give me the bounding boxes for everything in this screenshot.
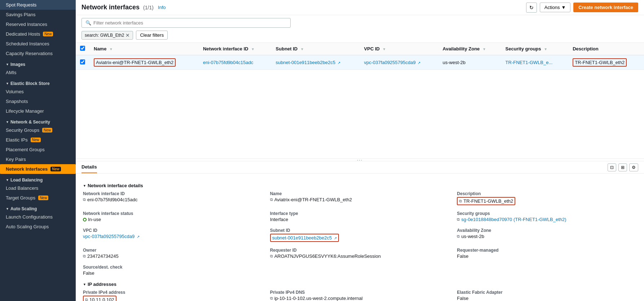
panel-expand-icon[interactable]: ⊡ [608, 163, 616, 171]
external-link-icon: ↗ [137, 235, 140, 239]
field-status: Network interface status In-use [83, 211, 263, 222]
detail-content: Network interface details Network interf… [76, 174, 644, 301]
sidebar-item-key-pairs[interactable]: Key Pairs [0, 154, 76, 164]
field-security-groups: Security groups ⧉ sg-0e1018848bed70970 (… [457, 211, 637, 222]
sidebar-item-auto-scaling-groups[interactable]: Auto Scaling Groups [0, 222, 76, 232]
row-vpc-id[interactable]: vpc-037fa09255795cda9 ↗ [364, 60, 421, 65]
section-network-interface-details: Network interface details [83, 183, 637, 188]
row-az: us-west-2b [438, 55, 501, 70]
sidebar-item-elastic-ips[interactable]: Elastic IPs New [0, 135, 76, 145]
row-eni-id[interactable]: eni-07b75fd9b04c15adc [203, 60, 253, 65]
search-input[interactable] [93, 20, 287, 26]
field-owner: Owner ⧉ 234724734245 [83, 248, 263, 259]
copy-icon[interactable]: ⧉ [459, 199, 462, 203]
page-title: Network interfaces [81, 4, 140, 11]
field-name: Name ⧉ Aviatrix-eni@TR-FNET1-GWLB_eth2 [270, 191, 450, 205]
col-description: Description [568, 43, 644, 55]
status-icon [83, 218, 87, 221]
sidebar-category-images[interactable]: Images [0, 58, 76, 68]
sidebar-item-reserved-instances[interactable]: Reserved Instances [0, 19, 76, 29]
field-source-dest-check: Source/dest. check False [83, 265, 263, 276]
field-az: Availability Zone ⧉ us-west-2b [457, 228, 637, 242]
panel-split-icon[interactable]: ⊞ [618, 163, 627, 171]
sidebar-category-auto-scaling[interactable]: Auto Scaling [0, 203, 76, 212]
result-count: (1/1) [143, 5, 154, 10]
col-security-groups: Security groups ▼ [501, 43, 569, 55]
tab-details[interactable]: Details [81, 161, 97, 173]
filter-tag: search: GWLB_Eth2 ✕ [81, 31, 133, 40]
field-requester-id: Requester ID ⧉ AROATNJVPGUS6ESVYYK6:Assu… [270, 248, 450, 259]
sidebar-item-snapshots[interactable]: Snapshots [0, 96, 76, 106]
sidebar: Spot Requests Savings Plans Reserved Ins… [0, 0, 76, 301]
search-icon: 🔍 [85, 20, 91, 26]
row-checkbox[interactable] [80, 59, 85, 64]
info-link[interactable]: Info [158, 5, 166, 10]
sidebar-item-savings-plans[interactable]: Savings Plans [0, 10, 76, 19]
section-ip-addresses: IP addresses [83, 282, 637, 287]
refresh-button[interactable]: ↻ [526, 3, 537, 13]
clear-filters-button[interactable]: Clear filters [136, 31, 168, 40]
table-area: Name ▼ Network interface ID ▼ Subnet ID … [76, 42, 644, 158]
field-description: Description ⧉ TR-FNET1-GWLB_eth2 [457, 191, 637, 205]
copy-icon[interactable]: ⧉ [270, 254, 273, 259]
sidebar-item-scheduled-instances[interactable]: Scheduled Instances [0, 39, 76, 49]
field-eni-id: Network interface ID ⧉ eni-07b75fd9b04c1… [83, 191, 263, 205]
network-interfaces-table: Name ▼ Network interface ID ▼ Subnet ID … [76, 42, 644, 70]
sidebar-item-security-groups[interactable]: Security Groups New [0, 125, 76, 135]
field-efa: Elastic Fabric Adapter False [457, 290, 637, 301]
copy-icon[interactable]: ⧉ [85, 297, 88, 301]
row-name: Aviatrix-eni@TR-FNET1-GWLB_eth2 [94, 58, 176, 67]
external-link-icon: ↗ [338, 61, 340, 65]
actions-button[interactable]: Actions ▼ [540, 3, 571, 12]
col-subnet-id: Subnet ID ▼ [272, 43, 360, 55]
remove-filter-button[interactable]: ✕ [125, 32, 130, 38]
row-description: TR-FNET1-GWLB_eth2 [573, 58, 627, 67]
ip-fields-grid: Private IPv4 address ⧉ 10.11.0.102 Priva… [83, 290, 637, 301]
sidebar-item-spot-requests[interactable]: Spot Requests [0, 0, 76, 10]
copy-icon[interactable]: ⧉ [270, 296, 273, 301]
vpc-link[interactable]: vpc-037fa09255795cda9 ↗ [83, 234, 140, 239]
external-link-icon: ↗ [418, 61, 420, 65]
col-name: Name ▼ [89, 43, 199, 55]
copy-icon[interactable]: ⧉ [270, 197, 273, 202]
panel-settings-icon[interactable]: ⚙ [629, 163, 638, 171]
sidebar-item-capacity-reservations[interactable]: Capacity Reservations [0, 49, 76, 58]
copy-icon[interactable]: ⧉ [83, 254, 86, 259]
sidebar-item-network-interfaces[interactable]: Network Interfaces New [0, 164, 76, 174]
search-box: 🔍 [81, 18, 291, 28]
copy-icon[interactable]: ⧉ [457, 234, 460, 239]
sidebar-category-network-security[interactable]: Network & Security [0, 116, 76, 125]
col-vpc-id: VPC ID ▼ [360, 43, 438, 55]
table-row[interactable]: Aviatrix-eni@TR-FNET1-GWLB_eth2 eni-07b7… [76, 55, 644, 70]
sidebar-item-lifecycle-manager[interactable]: Lifecycle Manager [0, 106, 76, 116]
subnet-link[interactable]: subnet-001e911beeb2be2c5 ↗ [272, 235, 337, 241]
select-all-checkbox[interactable] [80, 46, 85, 51]
filter-area: search: GWLB_Eth2 ✕ Clear filters [76, 29, 644, 42]
main-content: Network interfaces (1/1) Info ↻ Actions … [76, 0, 644, 301]
sidebar-category-load-balancing[interactable]: Load Balancing [0, 174, 76, 183]
row-subnet-id[interactable]: subnet-001e911beeb2be2c5 ↗ [276, 60, 340, 65]
sidebar-item-volumes[interactable]: Volumes [0, 87, 76, 96]
field-private-ipv4: Private IPv4 address ⧉ 10.11.0.102 [83, 290, 263, 301]
copy-icon[interactable]: ⧉ [457, 217, 460, 222]
security-groups-link[interactable]: sg-0e1018848bed70970 (TR-FNET1-GWLB_eth2… [461, 217, 566, 222]
sidebar-item-target-groups[interactable]: Target Groups New [0, 193, 76, 203]
row-security-groups[interactable]: TR-FNET1-GWLB_e... [506, 60, 553, 65]
sidebar-item-launch-configurations[interactable]: Launch Configurations [0, 212, 76, 222]
field-requester-managed: Requester-managed False [457, 248, 637, 259]
sidebar-item-load-balancers[interactable]: Load Balancers [0, 183, 76, 193]
col-az: Availability Zone ▼ [438, 43, 501, 55]
sidebar-item-dedicated-hosts[interactable]: Dedicated Hosts New [0, 29, 76, 39]
field-interface-type: Interface type Interface [270, 211, 450, 222]
create-network-interface-button[interactable]: Create network interface [573, 3, 638, 12]
col-eni-id: Network interface ID ▼ [199, 43, 272, 55]
copy-icon[interactable]: ⧉ [83, 197, 86, 202]
external-link-icon: ↗ [334, 236, 337, 240]
sidebar-item-placement-groups[interactable]: Placement Groups [0, 145, 76, 154]
resize-handle[interactable]: ⋯ [76, 158, 644, 161]
sidebar-item-amis[interactable]: AMIs [0, 68, 76, 77]
sidebar-category-ebs[interactable]: Elastic Block Store [0, 77, 76, 87]
topbar: Network interfaces (1/1) Info ↻ Actions … [76, 0, 644, 15]
field-vpc-id: VPC ID vpc-037fa09255795cda9 ↗ [83, 228, 263, 242]
detail-panel-tabs: Details ⊡ ⊞ ⚙ [76, 161, 644, 174]
